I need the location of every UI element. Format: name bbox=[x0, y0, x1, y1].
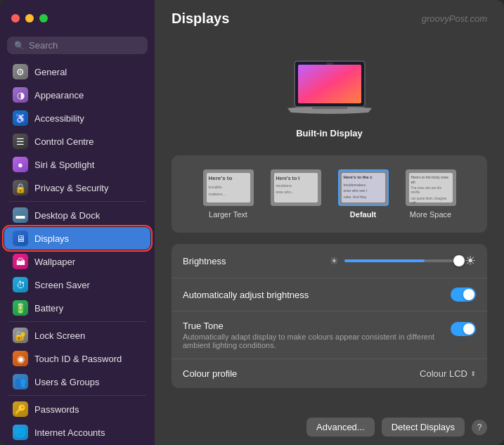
sidebar-label-touch-id: Touch ID & Password bbox=[34, 354, 122, 364]
main-content: Displays groovyPost.com bbox=[155, 0, 504, 445]
colour-profile-chevron: ⬍ bbox=[470, 370, 476, 378]
svg-rect-2 bbox=[326, 63, 333, 65]
sidebar-item-siri-spotlight[interactable]: ●Siri & Spotlight bbox=[4, 153, 150, 176]
sidebar-icon-touch-id: ◉ bbox=[13, 351, 28, 366]
sidebar-label-wallpaper: Wallpaper bbox=[34, 257, 75, 267]
res-option-more-space[interactable]: Here's to the tricky ones wh The ones wh… bbox=[400, 165, 462, 223]
sidebar-label-displays: Displays bbox=[34, 233, 69, 244]
colour-profile-row: Colour profile Colour LCD ⬍ bbox=[172, 359, 487, 388]
res-label-more-space: More Space bbox=[410, 210, 451, 219]
sidebar-label-lock-screen: Lock Screen bbox=[34, 330, 85, 341]
res-preview-larger: Here's to trouble- makers... bbox=[203, 169, 254, 206]
sidebar-item-appearance[interactable]: ◑Appearance bbox=[4, 84, 150, 106]
close-button[interactable] bbox=[11, 14, 20, 22]
sidebar-divider bbox=[8, 201, 146, 202]
res-label-larger: Larger Text bbox=[209, 210, 247, 219]
res-option-larger-text[interactable]: Here's to trouble- makers... Larger Text bbox=[198, 165, 259, 223]
sidebar-item-desktop-dock[interactable]: ▬Desktop & Dock bbox=[4, 204, 150, 226]
sidebar-label-desktop-dock: Desktop & Dock bbox=[34, 210, 100, 221]
brightness-slider-track[interactable] bbox=[344, 259, 460, 262]
help-button[interactable]: ? bbox=[472, 420, 487, 435]
laptop-icon bbox=[284, 58, 375, 121]
sidebar-label-privacy-security: Privacy & Security bbox=[34, 183, 108, 193]
auto-brightness-toggle[interactable] bbox=[451, 288, 476, 302]
true-tone-sublabel: Automatically adapt display to make colo… bbox=[183, 333, 451, 349]
sidebar-divider bbox=[8, 395, 146, 396]
sidebar-item-touch-id[interactable]: ◉Touch ID & Password bbox=[4, 347, 150, 370]
content-area: Built-in Display Here's to trouble- make… bbox=[155, 37, 504, 409]
sidebar-label-screen-saver: Screen Saver bbox=[34, 280, 90, 290]
sidebar-icon-battery: 🔋 bbox=[13, 300, 28, 316]
brightness-slider-thumb[interactable] bbox=[453, 255, 465, 266]
colour-profile-value: Colour LCD bbox=[420, 368, 467, 379]
res-preview-default: Here's to the c troublemakers ones who s… bbox=[338, 169, 389, 206]
search-input[interactable] bbox=[29, 40, 141, 51]
sidebar-item-internet-accounts[interactable]: 🌐Internet Accounts bbox=[4, 421, 150, 444]
sidebar-label-users-groups: Users & Groups bbox=[34, 377, 99, 387]
sidebar-icon-displays: 🖥 bbox=[13, 231, 28, 246]
page-title: Displays bbox=[172, 11, 229, 27]
res-preview-2: Here's to t troublema ones who... bbox=[271, 169, 321, 206]
res-option-default[interactable]: Here's to the c troublemakers ones who s… bbox=[332, 165, 394, 223]
sidebar-icon-screen-saver: ⏱ bbox=[13, 277, 28, 292]
sidebar-icon-internet-accounts: 🌐 bbox=[13, 425, 28, 440]
sidebar-icon-wallpaper: 🏔 bbox=[13, 254, 28, 269]
sidebar-item-battery[interactable]: 🔋Battery bbox=[4, 297, 150, 319]
display-preview: Built-in Display bbox=[172, 44, 487, 155]
sidebar-label-accessibility: Accessibility bbox=[34, 113, 84, 124]
search-box[interactable]: 🔍 bbox=[7, 37, 148, 54]
title-bar bbox=[0, 0, 155, 37]
sidebar-item-passwords[interactable]: 🔑Passwords bbox=[4, 398, 150, 420]
sidebar-icon-accessibility: ♿ bbox=[13, 110, 28, 126]
svg-rect-3 bbox=[312, 107, 347, 109]
sidebar-item-displays[interactable]: 🖥Displays bbox=[4, 227, 150, 250]
res-option-2[interactable]: Here's to t troublema ones who... bbox=[265, 165, 327, 223]
true-tone-toggle[interactable] bbox=[451, 322, 476, 336]
brightness-slider-container: ☀ ☀ bbox=[330, 253, 477, 269]
sidebar-item-screen-saver[interactable]: ⏱Screen Saver bbox=[4, 273, 150, 296]
sidebar-divider bbox=[8, 321, 146, 322]
main-header: Displays groovyPost.com bbox=[155, 0, 504, 37]
brightness-row: Brightness ☀ ☀ bbox=[172, 244, 487, 278]
sidebar-label-battery: Battery bbox=[34, 303, 63, 314]
sidebar-label-passwords: Passwords bbox=[34, 404, 79, 415]
colour-profile-select[interactable]: Colour LCD ⬍ bbox=[420, 368, 476, 379]
sidebar-item-control-centre[interactable]: ☰Control Centre bbox=[4, 130, 150, 153]
sidebar-icon-passwords: 🔑 bbox=[13, 401, 28, 417]
sidebar-list: ⚙General◑Appearance♿Accessibility☰Contro… bbox=[0, 60, 155, 445]
sidebar-item-lock-screen[interactable]: 🔐Lock Screen bbox=[4, 324, 150, 347]
sidebar-item-privacy-security[interactable]: 🔒Privacy & Security bbox=[4, 176, 150, 199]
brightness-low-icon: ☀ bbox=[330, 255, 339, 266]
sidebar-label-general: General bbox=[34, 67, 67, 77]
advanced-button[interactable]: Advanced... bbox=[306, 418, 375, 437]
detect-displays-button[interactable]: Detect Displays bbox=[382, 418, 465, 437]
true-tone-text: True Tone Automatically adapt display to… bbox=[183, 321, 451, 349]
res-label-default: Default bbox=[350, 210, 376, 219]
sidebar: 🔍 ⚙General◑Appearance♿Accessibility☰Cont… bbox=[0, 0, 155, 445]
sidebar-label-control-centre: Control Centre bbox=[34, 136, 94, 147]
res-preview-more-space: Here's to the tricky ones wh The ones wh… bbox=[406, 169, 456, 206]
resolution-section: Here's to trouble- makers... Larger Text… bbox=[172, 155, 487, 233]
brightness-slider-fill bbox=[344, 259, 425, 262]
sidebar-item-accessibility[interactable]: ♿Accessibility bbox=[4, 107, 150, 129]
true-tone-label: True Tone bbox=[183, 321, 451, 331]
sidebar-label-internet-accounts: Internet Accounts bbox=[34, 427, 105, 438]
minimize-button[interactable] bbox=[25, 14, 34, 22]
bottom-bar: Advanced... Detect Displays ? bbox=[155, 409, 504, 445]
sidebar-icon-appearance: ◑ bbox=[13, 87, 28, 103]
search-icon: 🔍 bbox=[14, 41, 25, 51]
true-tone-row: True Tone Automatically adapt display to… bbox=[172, 311, 487, 359]
display-name: Built-in Display bbox=[296, 128, 363, 138]
maximize-button[interactable] bbox=[39, 14, 48, 22]
sidebar-icon-privacy-security: 🔒 bbox=[13, 180, 28, 195]
sidebar-icon-desktop-dock: ▬ bbox=[13, 207, 28, 223]
watermark: groovyPost.com bbox=[422, 13, 487, 24]
brightness-label: Brightness bbox=[183, 256, 330, 266]
sidebar-icon-lock-screen: 🔐 bbox=[13, 328, 28, 343]
sidebar-item-general[interactable]: ⚙General bbox=[4, 60, 150, 83]
sidebar-icon-users-groups: 👥 bbox=[13, 374, 28, 389]
sidebar-icon-control-centre: ☰ bbox=[13, 134, 28, 149]
sidebar-item-users-groups[interactable]: 👥Users & Groups bbox=[4, 370, 150, 393]
sidebar-item-wallpaper[interactable]: 🏔Wallpaper bbox=[4, 250, 150, 273]
auto-brightness-row: Automatically adjust brightness bbox=[172, 278, 487, 311]
